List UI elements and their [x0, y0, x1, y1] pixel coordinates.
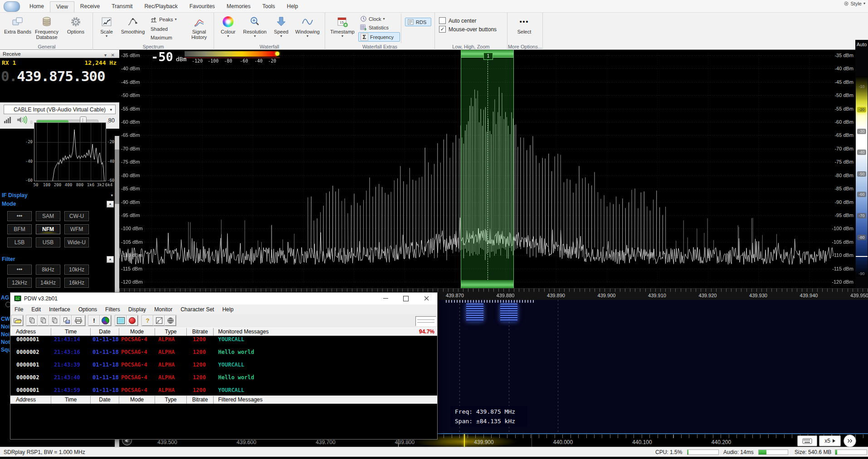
filter-button-14khz[interactable]: 14kHz	[36, 278, 60, 288]
pdw-menu-character-set[interactable]: Character Set	[176, 306, 218, 313]
tab-rec-playback[interactable]: Rec/Playback	[138, 1, 183, 12]
mode-button-nfm[interactable]: NFM	[36, 224, 60, 234]
filter-button-[interactable]: •••	[7, 265, 32, 275]
rds-button[interactable]: RDS	[405, 18, 431, 26]
save-button[interactable]	[60, 315, 72, 326]
clock-button[interactable]: Clock ▾	[358, 15, 400, 23]
sleep-mode-button[interactable]: Z	[153, 315, 165, 326]
message-row[interactable]: 000000221:43:4001-11-18POCSAG-4ALPHA1200…	[10, 374, 437, 387]
speed-button[interactable]: Speed ▾	[270, 14, 293, 43]
filter-button-8khz[interactable]: 8kHz	[36, 265, 60, 275]
print-button[interactable]	[72, 315, 85, 326]
mode-section[interactable]: Mode	[2, 201, 16, 207]
pdw-title-bar[interactable]: PDW v3.2b01	[10, 293, 437, 305]
band-bottom-cap[interactable]	[461, 280, 513, 288]
column-header-address[interactable]: Address	[10, 328, 51, 336]
alert-button[interactable]: !	[88, 315, 100, 326]
collapse-up-icon[interactable]: ▲	[107, 256, 114, 263]
auto-label[interactable]: Auto	[855, 42, 868, 47]
style-button[interactable]: Style ▾	[844, 1, 865, 6]
zoom-x5-button[interactable]: x5	[819, 435, 841, 446]
help-button[interactable]: ?	[142, 315, 153, 326]
chevron-down-icon[interactable]: ▾	[111, 193, 113, 198]
windowing-button[interactable]: Windowing ▾	[293, 14, 322, 43]
mode-button-wide-u[interactable]: Wide-U	[64, 237, 89, 247]
maximum-button[interactable]: Maximum	[149, 34, 186, 41]
peaks-button[interactable]: Peaks ▾	[149, 16, 186, 24]
column-header-date[interactable]: Date	[91, 328, 119, 336]
mouse-over-buttons-checkbox[interactable]: ✓ Mouse-over buttons	[439, 26, 503, 33]
column-header-filtered-messages[interactable]: Filtered Messages	[214, 396, 437, 404]
audio-device-select[interactable]: CABLE Input (VB-Audio Virtual Cable) ▾	[4, 105, 116, 114]
spectrum-display[interactable]: -35 dBm-40 dBm-45 dBm-50 dBm-55 dBm-60 d…	[119, 50, 834, 288]
level-label[interactable]: -20	[855, 107, 868, 112]
globe-button[interactable]	[165, 315, 176, 326]
level-threshold-line[interactable]	[856, 256, 868, 257]
message-row[interactable]: 000000221:43:1601-11-18POCSAG-4ALPHA1200…	[10, 348, 437, 361]
column-header-time[interactable]: Time	[51, 396, 91, 404]
message-row[interactable]: 000000121:43:3901-11-18POCSAG-4ALPHA1200…	[10, 361, 437, 374]
level-label[interactable]: -90	[855, 271, 868, 276]
column-header-bitrate[interactable]: Bitrate	[187, 396, 214, 404]
receive-panel-header[interactable]: Receive ▾ ✕	[0, 50, 119, 58]
tab-help[interactable]: Help	[281, 1, 304, 12]
pdw-menu-interface[interactable]: Interface	[45, 306, 74, 313]
statistics-button[interactable]: 9 Statistics	[358, 24, 400, 31]
mode-button-bfm[interactable]: BFM	[7, 224, 32, 234]
tuned-signal-band[interactable]: 1	[461, 50, 514, 288]
mode-button-lsb[interactable]: LSB	[7, 237, 32, 247]
pdw-menu-edit[interactable]: Edit	[27, 306, 45, 313]
copy-button[interactable]	[49, 315, 60, 326]
pdw-menu-monitor[interactable]: Monitor	[150, 306, 176, 313]
record-button[interactable]	[127, 315, 138, 326]
mode-button-sam[interactable]: SAM	[36, 211, 60, 221]
column-header-mode[interactable]: Mode	[119, 396, 155, 404]
colorbar-marker-dot[interactable]	[275, 52, 279, 56]
pdw-decoder-window[interactable]: PDW v3.2b01 FileEditInterfaceOptionsFilt…	[10, 292, 438, 440]
app-menu-button[interactable]	[4, 1, 20, 12]
tab-memories[interactable]: Memories	[221, 1, 257, 12]
level-label[interactable]: -80	[855, 235, 868, 240]
timestamp-button[interactable]: 15 Timestamp ▾	[327, 14, 357, 43]
column-header-address[interactable]: Address	[10, 396, 51, 404]
mode-button-[interactable]: •••	[7, 211, 32, 221]
filter-button-10khz[interactable]: 10kHz	[64, 265, 89, 275]
level-label[interactable]: -40	[855, 150, 868, 155]
column-header-monitored-messages[interactable]: Monitored Messages94.7%	[214, 328, 437, 336]
tab-transmit[interactable]: Transmit	[106, 1, 138, 12]
level-label[interactable]: -50	[855, 171, 868, 177]
tab-view[interactable]: View	[50, 1, 74, 12]
pdw-menu-filters[interactable]: Filters	[101, 306, 124, 313]
copy-button[interactable]	[26, 315, 38, 326]
monitored-messages-header[interactable]: AddressTimeDateModeTypeBitrateMonitored …	[10, 328, 437, 337]
tab-receive[interactable]: Receive	[74, 1, 106, 12]
monitor-toggle-button[interactable]	[115, 315, 127, 326]
minimize-button[interactable]	[378, 293, 393, 304]
level-label[interactable]: -30	[855, 129, 868, 134]
if-display-section[interactable]: IF Display	[2, 192, 28, 198]
column-header-time[interactable]: Time	[51, 328, 91, 336]
tuned-frequency-display[interactable]: 0.439.875.300	[1, 68, 105, 84]
copy-button[interactable]	[38, 315, 49, 326]
frequency-database-button[interactable]: Frequency Database	[32, 14, 61, 43]
pdw-menu-file[interactable]: File	[10, 306, 27, 313]
resolution-button[interactable]: Resolution ▾	[240, 14, 270, 43]
tab-home[interactable]: Home	[24, 1, 50, 12]
pdw-menu-options[interactable]: Options	[74, 306, 101, 313]
select-button[interactable]: ••• Select	[510, 14, 539, 43]
filter-section[interactable]: Filter	[2, 256, 15, 262]
statistics-pie-button[interactable]	[100, 315, 111, 326]
pdw-menu-help[interactable]: Help	[218, 306, 238, 313]
waterfall-colorbar[interactable]	[185, 51, 277, 57]
extra-bands-button[interactable]: Extra Bands	[3, 14, 32, 43]
level-label[interactable]: -10	[855, 84, 868, 89]
maximize-button[interactable]	[398, 293, 414, 304]
column-header-bitrate[interactable]: Bitrate	[187, 328, 214, 336]
mode-button-usb[interactable]: USB	[36, 237, 60, 247]
keyboard-entry-button[interactable]	[797, 435, 817, 446]
options-button[interactable]: Options	[61, 14, 90, 43]
filter-button-12khz[interactable]: 12kHz	[7, 278, 32, 288]
auto-center-checkbox[interactable]: Auto center	[439, 17, 503, 24]
column-header-mode[interactable]: Mode	[119, 328, 155, 336]
monitored-messages-list[interactable]: 000000121:43:1401-11-18POCSAG-4ALPHA1200…	[10, 336, 437, 396]
